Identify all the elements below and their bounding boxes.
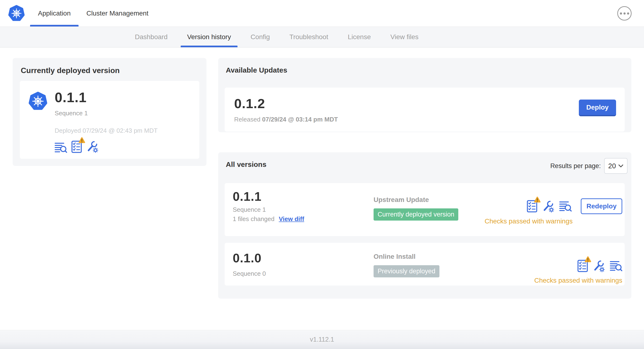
config-wrench-gear-icon[interactable] [542,200,554,213]
sub-nav: Dashboard Version history Config Trouble… [0,27,644,48]
all-versions-title: All versions [226,160,266,168]
all-versions-card: All versions Results per page: 20 0.1.1 … [218,152,631,299]
active-subtab-underline [181,46,238,47]
update-released-line: Released 07/29/24 @ 03:14 pm MDT [234,116,338,123]
release-notes-icon[interactable] [559,201,572,212]
tab-application-label: Application [38,10,71,17]
tab-license[interactable]: License [341,27,378,47]
warning-triangle-icon [78,137,86,144]
preflight-status-text: Checks passed with warnings [484,218,573,225]
files-changed-label: 1 files changed [233,215,274,223]
release-notes-icon[interactable] [55,142,67,153]
app-logo [8,0,25,26]
tab-cluster-management-label: Cluster Management [86,10,148,17]
warning-triangle-icon [584,256,592,263]
update-version-number: 0.1.2 [234,96,265,111]
row-sequence: Sequence 1 [233,206,304,214]
view-diff-link[interactable]: View diff [279,215,304,223]
chevron-down-icon [618,164,624,168]
previously-deployed-badge: Previously deployed [374,265,440,278]
tab-config[interactable]: Config [244,27,276,47]
deployed-version-panel: 0.1.1 Sequence 1 Deployed 07/29/24 @ 02:… [20,81,199,159]
redeploy-button[interactable]: Redeploy [581,198,622,214]
update-row: 0.1.2 Released 07/29/24 @ 03:14 pm MDT D… [224,88,625,132]
row-sequence: Sequence 0 [233,270,266,278]
version-source-label: Upstream Update [374,196,458,204]
available-updates-card: Available Updates 0.1.2 Released 07/29/2… [218,58,631,132]
currently-deployed-title: Currently deployed version [21,66,120,75]
deploy-button[interactable]: Deploy [579,100,616,116]
console-version: v1.112.1 [310,336,334,343]
currently-deployed-badge: Currently deployed version [374,208,458,220]
tab-version-history[interactable]: Version history [181,27,238,47]
deployed-version-number: 0.1.1 [55,90,158,104]
version-source-label: Online Install [374,253,440,260]
deployed-timestamp: Deployed 07/29/24 @ 02:43 pm MDT [55,127,158,134]
kubernetes-logo-icon [28,92,48,111]
tab-view-files[interactable]: View files [384,27,425,47]
tab-cluster-management[interactable]: Cluster Management [78,0,156,26]
tab-application[interactable]: Application [30,0,78,26]
available-updates-title: Available Updates [226,66,287,74]
release-notes-icon[interactable] [610,260,622,272]
tab-dashboard[interactable]: Dashboard [128,27,174,47]
preflight-status-text: Checks passed with warnings [534,277,622,284]
row-version-number: 0.1.0 [233,252,266,264]
tab-troubleshoot[interactable]: Troubleshoot [283,27,335,47]
top-nav: Application Cluster Management [0,0,644,27]
deployed-sequence: Sequence 1 [55,110,158,117]
config-wrench-gear-icon[interactable] [86,140,98,153]
version-row-0-1-0: 0.1.0 Sequence 0 Online Install Previous… [224,243,625,286]
top-nav-tabs: Application Cluster Management [30,0,156,26]
kubernetes-logo-icon [8,5,25,22]
ellipsis-icon [620,12,622,14]
results-per-page-select[interactable]: 20 [604,158,628,174]
currently-deployed-card: Currently deployed version 0.1.1 Sequenc… [13,58,206,166]
results-per-page-label: Results per page: [550,162,601,170]
config-wrench-gear-icon[interactable] [593,260,605,272]
active-tab-underline [30,25,78,26]
warning-triangle-icon [534,196,541,204]
update-released-timestamp: 07/29/24 @ 03:14 pm MDT [262,116,338,123]
footer: v1.112.1 [0,330,644,349]
row-version-number: 0.1.1 [233,190,304,203]
version-row-0-1-1: 0.1.1 Sequence 1 1 files changed View di… [224,183,625,236]
more-menu-button[interactable] [617,6,632,20]
version-history-page: { "header": { "tabs": [ { "label": "Appl… [0,0,644,349]
